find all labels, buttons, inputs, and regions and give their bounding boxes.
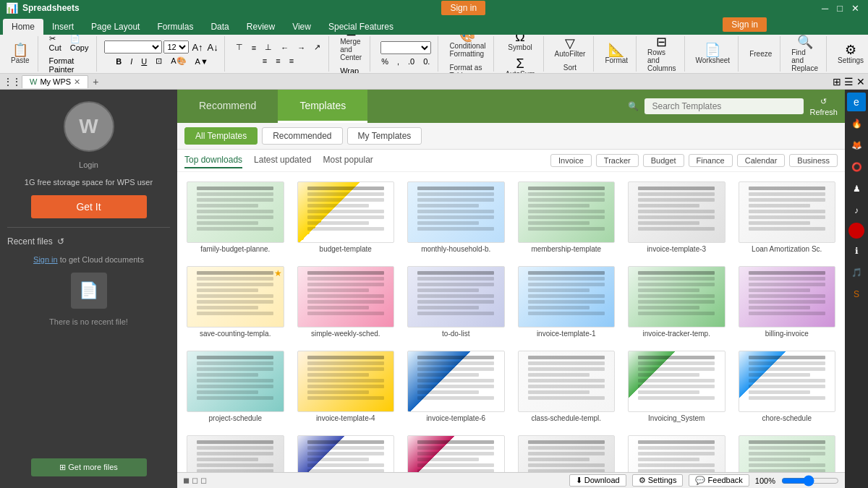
rows-cols-button[interactable]: ⊟ Rows and Columns	[644, 35, 679, 74]
indent-right-button[interactable]: →	[294, 42, 309, 53]
right-icon-info[interactable]: ℹ	[847, 241, 866, 260]
right-icon-steam[interactable]: ♟	[847, 179, 866, 198]
cat-my-templates[interactable]: My Templates	[347, 127, 422, 145]
format-table-button[interactable]: Format as Table	[446, 61, 489, 74]
tag-invoice[interactable]: Invoice	[550, 154, 592, 167]
align-right-button[interactable]: ≡	[286, 55, 297, 67]
tab-insert[interactable]: Insert	[43, 19, 82, 35]
download-button[interactable]: ⬇ Download	[569, 474, 626, 487]
border-button[interactable]: ⊡	[152, 55, 166, 67]
sign-in-link[interactable]: Sign in	[33, 255, 58, 264]
template-item[interactable]: invoice-template-4	[294, 347, 399, 426]
fill-color-button[interactable]: A🎨	[167, 55, 190, 67]
orientation-button[interactable]: ↗	[310, 41, 324, 53]
close-button[interactable]: ✕	[848, 3, 862, 14]
tab-review[interactable]: Review	[238, 19, 284, 35]
right-icon-firefox[interactable]: 🦊	[847, 136, 866, 155]
template-item[interactable]: ★save-counting-templa.	[183, 262, 288, 341]
template-item[interactable]: simple-weekly-sched.	[294, 262, 399, 341]
right-icon-ie[interactable]: e	[847, 93, 866, 111]
tab-recommend[interactable]: Recommend	[177, 90, 278, 123]
refresh-button[interactable]: ↺ Refresh	[809, 97, 838, 116]
right-icon-audio[interactable]: 🎵	[847, 263, 866, 282]
template-item[interactable]: invoice-template-3	[624, 178, 729, 257]
font-size-select[interactable]: 12	[163, 40, 189, 53]
signin-ribbon-button[interactable]: Sign in	[723, 17, 767, 32]
doc-tab-my-wps[interactable]: W My WPS ✕	[22, 75, 88, 88]
add-doc-tab-button[interactable]: +	[88, 76, 103, 87]
bold-button[interactable]: B	[112, 56, 125, 67]
increase-font-button[interactable]: A↑	[190, 42, 204, 53]
tag-finance[interactable]: Finance	[689, 154, 733, 167]
tab-special[interactable]: Special Features	[320, 19, 402, 35]
template-item[interactable]: wedding-budget	[404, 432, 509, 472]
template-item[interactable]: project-schedule	[183, 347, 288, 426]
autofilter-button[interactable]: ▽ AutoFilter	[551, 35, 590, 60]
get-more-files-button[interactable]: ⊞ Get more files	[31, 458, 147, 476]
template-item[interactable]: family-budget-planne.	[183, 178, 288, 257]
tag-calendar[interactable]: Calendar	[737, 154, 786, 167]
decrease-decimal-button[interactable]: 0.	[420, 56, 433, 67]
template-item[interactable]: class-schedule-templ.	[514, 347, 619, 426]
align-center-button[interactable]: ≡	[272, 55, 284, 67]
zoom-slider[interactable]	[781, 476, 839, 486]
template-item[interactable]: invoice-template-6	[404, 347, 509, 426]
tag-budget[interactable]: Budget	[643, 154, 684, 167]
freeze-button[interactable]: Freeze	[746, 48, 775, 60]
right-icon-circle[interactable]	[848, 223, 864, 239]
grid-view-button[interactable]: ⊞	[833, 76, 841, 87]
cut-button[interactable]: ✂ Cut	[46, 35, 65, 53]
cat-all-templates[interactable]: All Templates	[184, 127, 258, 145]
subnav-popular[interactable]: Most popular	[323, 153, 373, 168]
underline-button[interactable]: U	[137, 56, 150, 67]
template-item[interactable]	[624, 432, 729, 472]
align-bottom-button[interactable]: ⊥	[261, 41, 276, 53]
template-item[interactable]: Invoicing_System	[624, 347, 729, 426]
right-icon-wps[interactable]: S	[847, 285, 866, 304]
tag-business[interactable]: Business	[789, 154, 838, 167]
cat-recommended[interactable]: Recommended	[262, 127, 342, 145]
template-item[interactable]: Project_Management	[294, 432, 399, 472]
subnav-top-downloads[interactable]: Top downloads	[184, 153, 242, 168]
wrap-text-button[interactable]: Wrap Text	[336, 65, 365, 74]
refresh-recent-button[interactable]: ↺	[57, 236, 64, 247]
format-painter-button[interactable]: Format Painter	[46, 55, 93, 74]
font-name-select[interactable]	[104, 40, 162, 53]
template-item[interactable]	[735, 432, 840, 472]
format-button[interactable]: 📐 Format	[601, 41, 631, 67]
align-left-button[interactable]: ≡	[259, 55, 271, 67]
list-view-button[interactable]: ☰	[844, 76, 854, 87]
restore-button[interactable]: □	[834, 3, 846, 14]
doc-tab-close-button[interactable]: ✕	[74, 77, 80, 87]
right-icon-fire[interactable]: 🔥	[847, 114, 866, 133]
template-item[interactable]: monthly-household-b.	[404, 178, 509, 257]
tab-formulas[interactable]: Formulas	[148, 19, 202, 35]
sort-button[interactable]: Sort	[560, 61, 580, 74]
font-color-button[interactable]: A▼	[192, 56, 212, 67]
align-top-button[interactable]: ⊤	[232, 41, 247, 53]
indent-left-button[interactable]: ←	[277, 42, 292, 53]
autosum-button[interactable]: Σ AutoSum	[501, 55, 538, 74]
feedback-button[interactable]: 💬 Feedback	[689, 474, 749, 487]
template-item[interactable]: to-do-list	[404, 262, 509, 341]
percent-button[interactable]: %	[378, 56, 392, 67]
template-item[interactable]: billing-invoice	[735, 262, 840, 341]
tag-tracker[interactable]: Tracker	[596, 154, 639, 167]
search-input[interactable]	[644, 98, 804, 114]
align-middle-button[interactable]: ≡	[248, 42, 260, 53]
symbol-button[interactable]: Ω Symbol	[504, 35, 535, 53]
tab-data[interactable]: Data	[202, 19, 237, 35]
window-controls[interactable]: ─ □ ✕	[819, 3, 862, 14]
template-item[interactable]: Loan Amortization Sc.	[735, 178, 840, 257]
tab-view[interactable]: View	[284, 19, 320, 35]
decrease-font-button[interactable]: A↓	[206, 42, 220, 53]
tab-templates[interactable]: Templates	[278, 90, 367, 123]
subnav-latest[interactable]: Latest updated	[254, 153, 311, 168]
right-icon-opera[interactable]: ⭕	[847, 158, 866, 176]
find-replace-button[interactable]: 🔍 Find and Replace	[788, 35, 822, 74]
increase-decimal-button[interactable]: .0	[404, 56, 418, 67]
template-item[interactable]: budget-template	[294, 178, 399, 257]
comma-button[interactable]: ,	[393, 56, 403, 67]
tab-home[interactable]: Home	[3, 19, 43, 35]
conditional-format-button[interactable]: 🎨 Conditional Formatting	[446, 35, 489, 60]
